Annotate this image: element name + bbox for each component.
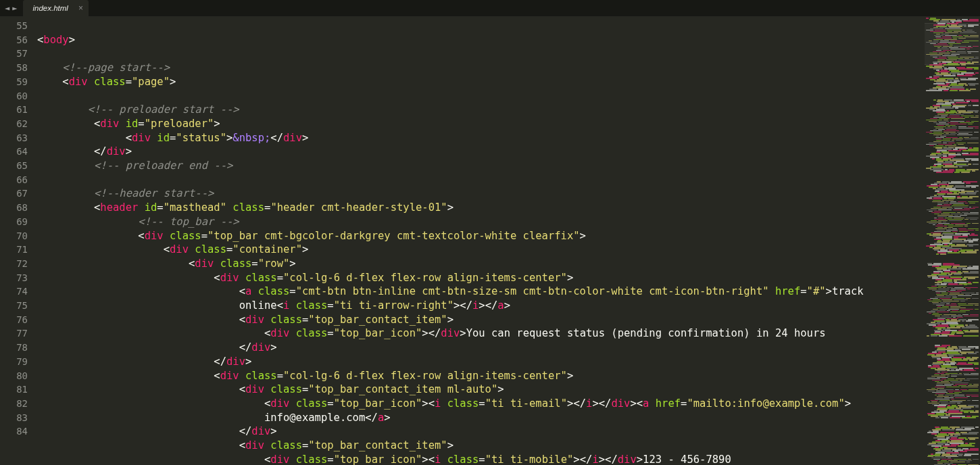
nav-forward-icon[interactable]: ► [11, 3, 18, 13]
code-line[interactable] [37, 89, 925, 103]
code-line[interactable]: <div class="top_bar_contact_item ml-auto… [37, 383, 925, 397]
code-line[interactable]: </div> [37, 424, 925, 439]
line-number: 72 [0, 257, 28, 271]
line-number: 70 [0, 229, 28, 243]
line-number: 61 [0, 103, 28, 117]
code-line[interactable]: <div class="top_bar_contact_item"> [37, 439, 925, 453]
line-number: 79 [0, 355, 28, 369]
code-line[interactable] [37, 47, 925, 61]
code-line[interactable]: <div class="top_bar cmt-bgcolor-darkgrey… [37, 229, 925, 243]
editor: 5556575859606162636465666768697071727374… [0, 16, 980, 465]
code-line[interactable]: <!-- top_bar --> [37, 215, 925, 229]
line-number: 64 [0, 145, 28, 159]
code-line[interactable] [37, 173, 925, 187]
gutter: 5556575859606162636465666768697071727374… [0, 16, 37, 465]
code-line[interactable]: <!--page start--> [37, 61, 925, 75]
code-line[interactable]: <a class="cmt-btn btn-inline cmt-btn-siz… [37, 285, 925, 299]
code-line[interactable]: <body> [37, 33, 925, 47]
code-line[interactable]: <div class="top_bar_contact_item"> [37, 313, 925, 327]
minimap[interactable] [925, 16, 980, 465]
code-line[interactable]: </div> [37, 341, 925, 355]
line-number: 75 [0, 299, 28, 313]
line-number: 65 [0, 159, 28, 173]
code-line[interactable]: <div class="top_bar_icon"><i class="ti t… [37, 397, 925, 411]
minimap-viewport[interactable] [925, 23, 980, 65]
line-number: 68 [0, 201, 28, 215]
code-area[interactable]: <body> <!--page start--> <div class="pag… [37, 16, 925, 465]
code-line[interactable]: <div id="preloader"> [37, 117, 925, 131]
line-number: 77 [0, 326, 28, 341]
line-number: 76 [0, 313, 28, 327]
code-line[interactable]: <div id="status">&nbsp;</div> [37, 131, 925, 145]
line-number: 62 [0, 117, 28, 131]
code-line[interactable]: </div> [37, 355, 925, 369]
line-number: 58 [0, 61, 28, 75]
code-line[interactable] [37, 19, 925, 33]
code-line[interactable]: <div class="container"> [37, 243, 925, 257]
line-number: 60 [0, 89, 28, 103]
line-number: 80 [0, 369, 28, 383]
code-line[interactable]: </div> [37, 145, 925, 159]
close-icon[interactable]: × [78, 3, 83, 13]
line-number: 81 [0, 383, 28, 397]
line-number: 59 [0, 75, 28, 89]
code-line[interactable]: info@example.com</a> [37, 411, 925, 425]
tab-filename: index.html [32, 4, 68, 12]
line-number: 69 [0, 215, 28, 229]
code-line[interactable]: <header id="masthead" class="header cmt-… [37, 201, 925, 215]
line-number: 83 [0, 411, 28, 425]
code-line[interactable]: <!-- preloader end --> [37, 159, 925, 173]
line-number: 84 [0, 424, 28, 439]
line-number: 78 [0, 341, 28, 355]
code-line[interactable]: online<i class="ti ti-arrow-right"></i><… [37, 299, 925, 313]
line-number: 56 [0, 33, 28, 47]
line-number: 66 [0, 173, 28, 187]
line-number: 74 [0, 285, 28, 299]
code-line[interactable]: <div class="row"> [37, 257, 925, 271]
line-number: 63 [0, 131, 28, 145]
nav-back-icon[interactable]: ◄ [4, 3, 10, 13]
line-number: 57 [0, 47, 28, 61]
line-number: 67 [0, 187, 28, 201]
nav-arrows: ◄ ► [0, 0, 22, 16]
line-number: 73 [0, 271, 28, 285]
line-number: 71 [0, 243, 28, 257]
code-line[interactable]: <div class="top_bar_icon"></div>You can … [37, 326, 925, 341]
code-line[interactable]: <!-- preloader start --> [37, 103, 925, 117]
code-line[interactable]: <!--header start--> [37, 187, 925, 201]
line-number: 82 [0, 397, 28, 411]
code-line[interactable]: <div class="page"> [37, 75, 925, 89]
line-number: 55 [0, 19, 28, 33]
titlebar: ◄ ► index.html × [0, 0, 980, 16]
code-line[interactable]: <div class="col-lg-6 d-flex flex-row ali… [37, 369, 925, 383]
code-line[interactable]: <div class="col-lg-6 d-flex flex-row ali… [37, 271, 925, 285]
tab-active[interactable]: index.html × [23, 0, 88, 16]
code-line[interactable]: <div class="top_bar_icon"><i class="ti t… [37, 453, 925, 465]
